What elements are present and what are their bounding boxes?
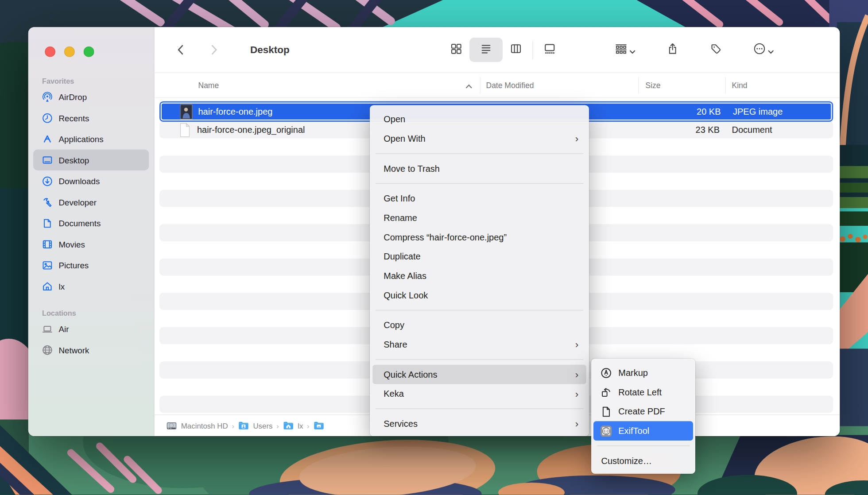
- menu-item-label: Get Info: [384, 193, 415, 204]
- submenu-item-label: ExifTool: [618, 426, 649, 436]
- submenu-item-customize[interactable]: Customize…: [593, 451, 693, 471]
- column-header-name[interactable]: Name: [198, 81, 219, 90]
- column-divider[interactable]: [480, 77, 480, 94]
- menu-item-get-info[interactable]: Get Info: [372, 189, 586, 208]
- sidebar-item-label: Downloads: [59, 176, 100, 186]
- menu-item-make-alias[interactable]: Make Alias: [372, 266, 586, 286]
- menu-item-label: Make Alias: [384, 271, 426, 281]
- menu-item-label: Quick Look: [384, 290, 428, 301]
- sidebar-item-movies[interactable]: Movies: [33, 234, 149, 255]
- quick-actions-submenu: MarkupRotate LeftCreate PDFExifToolCusto…: [591, 359, 695, 474]
- menu-separator: [370, 403, 589, 414]
- share-icon: [666, 43, 679, 57]
- menu-item-open[interactable]: Open: [372, 110, 586, 129]
- sidebar-item-lx[interactable]: lx: [33, 276, 149, 297]
- sidebar-item-network[interactable]: Network: [33, 339, 149, 360]
- tags-button[interactable]: [702, 38, 729, 62]
- folder-home-icon: [283, 420, 294, 431]
- exiftool-icon: [600, 425, 612, 437]
- menu-item-open-with[interactable]: Open With›: [372, 129, 586, 148]
- more-actions-button[interactable]: [746, 38, 781, 62]
- submenu-item-label: Markup: [618, 368, 648, 378]
- submenu-item-label: Create PDF: [618, 406, 665, 417]
- column-header-size[interactable]: Size: [646, 81, 661, 90]
- create-pdf-icon: [600, 406, 612, 418]
- sidebar-item-label: Recents: [59, 113, 89, 123]
- menu-separator: [591, 441, 695, 451]
- groupby-icon: [615, 43, 628, 57]
- sidebar-item-pictures[interactable]: Pictures: [33, 255, 149, 276]
- minimize-button[interactable]: [64, 46, 75, 57]
- menu-item-copy[interactable]: Copy: [372, 316, 586, 335]
- sidebar-item-airdrop[interactable]: AirDrop: [33, 86, 149, 108]
- sidebar-item-applications[interactable]: Applications: [33, 128, 149, 150]
- zoom-button[interactable]: [84, 46, 94, 57]
- submenu-item-rotate-left[interactable]: Rotate Left: [593, 383, 693, 402]
- markup-icon: [600, 367, 612, 379]
- close-button[interactable]: [45, 46, 55, 57]
- menu-item-keka[interactable]: Keka›: [372, 384, 586, 404]
- menu-item-label: Copy: [384, 320, 404, 330]
- submenu-item-create-pdf[interactable]: Create PDF: [593, 402, 693, 422]
- menu-item-quick-look[interactable]: Quick Look: [372, 286, 586, 305]
- pictures-icon: [41, 259, 54, 271]
- path-item-users[interactable]: Users: [238, 420, 273, 431]
- menu-item-label: Rename: [384, 213, 417, 223]
- column-headers: Name Date Modified Size Kind: [155, 73, 840, 98]
- column-divider[interactable]: [638, 77, 639, 94]
- submenu-arrow-icon: ›: [575, 134, 579, 144]
- back-button[interactable]: [171, 40, 191, 60]
- submenu-item-markup[interactable]: Markup: [593, 363, 693, 383]
- gallery-view-button[interactable]: [536, 38, 563, 62]
- chevron-right-icon: [208, 44, 220, 56]
- column-header-date-modified[interactable]: Date Modified: [486, 81, 534, 90]
- rotate-left-icon: [600, 386, 612, 398]
- sidebar-item-desktop[interactable]: Desktop: [33, 150, 149, 171]
- menu-item-share[interactable]: Share›: [372, 335, 586, 354]
- sidebar-item-label: Network: [59, 345, 89, 354]
- path-item[interactable]: [313, 420, 324, 431]
- sidebar-item-label: Documents: [59, 218, 101, 228]
- column-divider[interactable]: [725, 77, 726, 94]
- menu-item-duplicate[interactable]: Duplicate: [372, 247, 586, 267]
- screen: Favorites AirDropRecentsApplicationsDesk…: [0, 0, 868, 495]
- sidebar-item-downloads[interactable]: Downloads: [33, 170, 149, 192]
- favorites-section-label: Favorites: [28, 77, 154, 86]
- path-item-macintosh-hd[interactable]: Macintosh HD: [166, 420, 228, 431]
- file-name: hair-force-one.jpeg: [198, 107, 273, 117]
- menu-item-label: Keka: [384, 389, 404, 399]
- laptop-icon: [41, 323, 54, 335]
- folder-desktop-icon: [313, 420, 324, 431]
- window-title: Desktop: [250, 44, 290, 55]
- submenu-arrow-icon: ›: [575, 340, 579, 350]
- applications-icon: [41, 133, 54, 145]
- folder-users-icon: [238, 420, 249, 431]
- menu-item-label: Duplicate: [384, 251, 420, 262]
- document-blank-icon: [178, 122, 192, 138]
- sort-ascending-icon: [465, 81, 472, 90]
- menu-item-quick-actions[interactable]: Quick Actions›: [372, 365, 586, 384]
- list-view-button[interactable]: [469, 38, 503, 62]
- sidebar-item-developer[interactable]: Developer: [33, 192, 149, 213]
- menu-item-services[interactable]: Services›: [372, 414, 586, 433]
- sidebar-item-air[interactable]: Air: [33, 318, 149, 340]
- movies-icon: [41, 238, 54, 251]
- menu-item-move-to-trash[interactable]: Move to Trash: [372, 159, 586, 178]
- sidebar-item-recents[interactable]: Recents: [33, 108, 149, 129]
- path-item-label: Macintosh HD: [181, 422, 228, 430]
- sidebar-item-documents[interactable]: Documents: [33, 213, 149, 234]
- forward-button[interactable]: [204, 40, 224, 60]
- icon-view-button[interactable]: [443, 38, 469, 62]
- column-header-kind[interactable]: Kind: [732, 81, 748, 90]
- sidebar-item-label: Air: [59, 324, 69, 333]
- menu-item-compress-hair-force-one-jpeg[interactable]: Compress “hair-force-one.jpeg”: [372, 228, 586, 247]
- submenu-arrow-icon: ›: [575, 389, 579, 399]
- menu-item-label: Open With: [384, 134, 425, 144]
- column-view-button[interactable]: [503, 38, 529, 62]
- share-button[interactable]: [659, 38, 686, 62]
- submenu-item-exiftool[interactable]: ExifTool: [593, 421, 693, 441]
- menu-item-rename[interactable]: Rename: [372, 208, 586, 228]
- group-by-button[interactable]: [607, 38, 643, 62]
- sidebar: Favorites AirDropRecentsApplicationsDesk…: [28, 27, 155, 436]
- path-item-lx[interactable]: lx: [283, 420, 303, 431]
